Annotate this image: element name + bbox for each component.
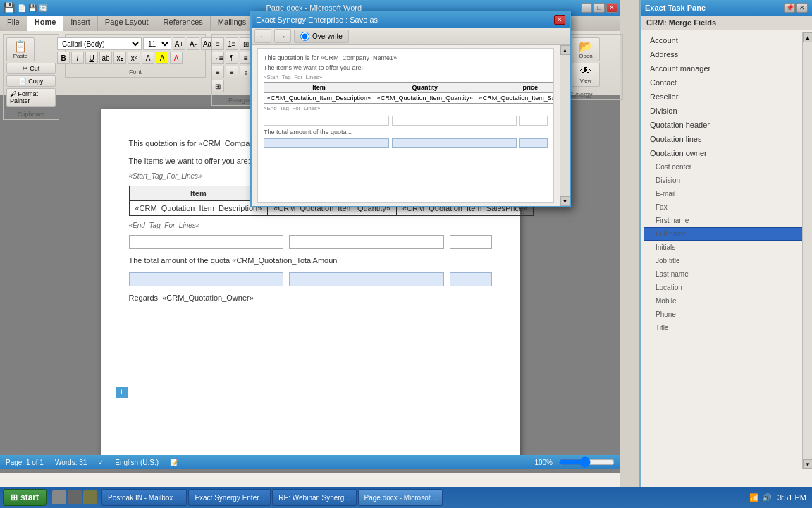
paste-button[interactable]: 📋 Paste	[6, 37, 35, 61]
merge-field-job-title[interactable]: Job title	[644, 254, 809, 267]
blank-field1	[129, 272, 284, 286]
minimize-button[interactable]: _	[581, 3, 592, 13]
merge-field-account-manager[interactable]: Account manager	[644, 61, 809, 75]
dialog-titlebar: Exact Synergy Enterprise : Save as ✕	[252, 12, 570, 28]
strikethrough-button[interactable]: ab	[99, 52, 112, 64]
forward-button[interactable]: →	[274, 29, 291, 43]
numbering-button[interactable]: 1≡	[226, 37, 238, 50]
quicklaunch-ie[interactable]	[52, 490, 66, 504]
merge-field-email[interactable]: E-mail	[644, 187, 809, 200]
merge-field-division-sub[interactable]: Division	[644, 174, 809, 187]
taskbar-items: Postoak IN - Mailbox ... Exact Synergy E…	[52, 489, 749, 506]
close-button[interactable]: ✕	[606, 3, 617, 13]
justify-button[interactable]: ≡	[226, 66, 238, 78]
add-row-button[interactable]: +	[116, 387, 128, 398]
merge-field-address[interactable]: Address	[644, 47, 809, 61]
clock: 3:51 PM	[777, 493, 806, 502]
taskbar-item-mailbox[interactable]: Postoak IN - Mailbox ...	[102, 489, 187, 506]
preview-item-cell: «CRM_Quotation_Item_Description»	[264, 93, 374, 104]
word-count: Words: 31	[55, 459, 87, 466]
track-changes: 📝	[170, 459, 178, 466]
back-button[interactable]: ←	[254, 29, 271, 43]
merge-field-initials[interactable]: Initials	[644, 241, 809, 254]
total-text: The total amount of the quota «CRM_Quota…	[129, 255, 492, 267]
tab-insert[interactable]: Insert	[63, 16, 98, 31]
task-pane-pin-button[interactable]: 📌	[784, 3, 795, 13]
restore-button[interactable]: □	[593, 3, 605, 13]
merge-field-mobile[interactable]: Mobile	[644, 294, 809, 308]
bullets-button[interactable]: ≡	[211, 37, 224, 50]
merge-field-title[interactable]: Title	[644, 321, 809, 334]
font-color-button[interactable]: A	[170, 52, 183, 64]
copy-button[interactable]: 📄 Copy	[6, 75, 56, 87]
font-name-select[interactable]: Calibri (Body)	[57, 37, 142, 50]
scroll-down-button[interactable]: ▼	[560, 196, 570, 206]
taskbar-item-webinar[interactable]: RE: Webinar 'Synerg...	[272, 489, 356, 506]
merge-field-division[interactable]: Division	[644, 104, 809, 118]
merge-field-first-name[interactable]: First name	[644, 214, 809, 227]
cut-button[interactable]: ✂ Cut	[6, 63, 56, 74]
status-bar: Page: 1 of 1 Words: 31 ✓ English (U.S.) …	[0, 455, 620, 469]
merge-field-full-name[interactable]: Full name	[644, 227, 809, 241]
status-right: 100%	[534, 459, 615, 466]
bold-button[interactable]: B	[57, 52, 70, 64]
superscript-button[interactable]: x²	[128, 52, 140, 64]
tab-home[interactable]: Home	[27, 16, 64, 31]
text-effects-button[interactable]: A	[142, 52, 154, 64]
task-scroll-up[interactable]: ▲	[803, 32, 812, 42]
tab-mailings[interactable]: Mailings	[211, 16, 254, 31]
quicklaunch-explorer[interactable]	[68, 490, 82, 504]
align-right-button[interactable]: ≡	[211, 66, 224, 78]
merge-field-reseller[interactable]: Reseller	[644, 90, 809, 104]
merge-field-fax[interactable]: Fax	[644, 200, 809, 214]
task-pane-close-button[interactable]: ✕	[796, 3, 808, 13]
merge-field-phone[interactable]: Phone	[644, 308, 809, 321]
taskbar-right: 📶 🔊 3:51 PM	[749, 493, 812, 502]
start-label: start	[20, 492, 39, 502]
underline-button[interactable]: U	[85, 52, 98, 64]
clipboard-buttons: 📋 Paste ✂ Cut 📄 Copy 🖌 Format Painter	[6, 37, 56, 107]
dialog-scrollbar: ▲ ▼	[560, 45, 570, 206]
merge-field-location[interactable]: Location	[644, 281, 809, 294]
font-grow-button[interactable]: A+	[173, 37, 185, 50]
merge-field-quotation-owner[interactable]: Quotation owner	[644, 146, 809, 160]
tab-references[interactable]: References	[156, 16, 211, 31]
scroll-up-button[interactable]: ▲	[560, 45, 570, 55]
preview-total: The total amount of the quota...	[264, 128, 548, 135]
table-header-item: Item	[129, 186, 268, 201]
font-size-select[interactable]: 11	[143, 37, 171, 50]
view-synergy-button[interactable]: 👁 View	[572, 63, 600, 87]
merge-field-last-name[interactable]: Last name	[644, 267, 809, 281]
format-painter-button[interactable]: 🖌 Format Painter	[6, 88, 56, 107]
show-hide-button[interactable]: ¶	[226, 52, 238, 64]
merge-field-quotation-header[interactable]: Quotation header	[644, 118, 809, 132]
font-shrink-button[interactable]: A-	[187, 37, 199, 50]
overwrite-radio[interactable]	[300, 32, 309, 41]
merge-field-contact[interactable]: Contact	[644, 75, 809, 90]
tab-file[interactable]: File	[0, 16, 27, 31]
taskbar-item-word[interactable]: Page.docx - Microsof...	[358, 489, 443, 506]
highlight-button[interactable]: A	[156, 52, 168, 64]
open-synergy-button[interactable]: 📂 Open	[572, 37, 600, 61]
italic-button[interactable]: I	[71, 52, 84, 64]
tab-page-layout[interactable]: Page Layout	[98, 16, 156, 31]
task-pane-titlebar: Exact Task Pane 📌 ✕	[641, 0, 812, 16]
merge-field-quotation-lines[interactable]: Quotation lines	[644, 132, 809, 146]
overwrite-option[interactable]: Overwrite	[294, 30, 349, 43]
increase-indent-button[interactable]: →≡	[211, 52, 224, 64]
merge-fields-list: Account Address Account manager Contact …	[641, 30, 812, 467]
merge-field-account[interactable]: Account	[644, 33, 809, 47]
taskbar: ⊞ start Postoak IN - Mailbox ... Exact S…	[0, 487, 812, 508]
subscript-button[interactable]: x₂	[113, 52, 126, 64]
zoom-slider[interactable]	[558, 459, 615, 465]
preview-table: Item Quantity price «CRM_Quotation_Item_…	[264, 82, 554, 104]
preview-end-tag: «End_Tag_For_Lines»	[264, 105, 548, 111]
borders-button[interactable]: ⊞	[211, 80, 224, 92]
start-button[interactable]: ⊞ start	[3, 489, 47, 506]
task-scroll-down[interactable]: ▼	[803, 459, 812, 469]
quicklaunch-extra[interactable]	[83, 490, 97, 504]
taskbar-item-synergy[interactable]: Exact Synergy Enter...	[188, 489, 271, 506]
overwrite-label: Overwrite	[312, 32, 343, 40]
merge-field-cost-center[interactable]: Cost center	[644, 160, 809, 174]
dialog-close-button[interactable]: ✕	[554, 15, 565, 25]
